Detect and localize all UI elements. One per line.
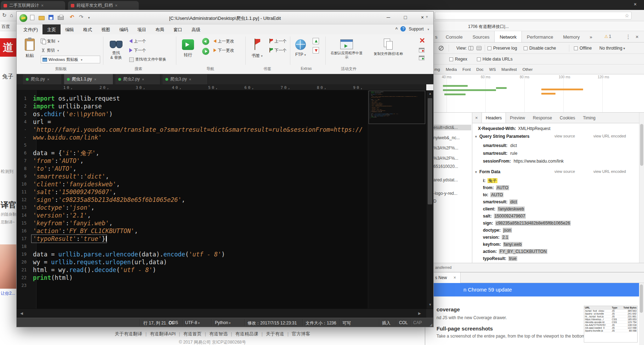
scroll-left-icon[interactable] <box>18 311 25 315</box>
footer-link[interactable]: 有道首页 <box>183 331 202 336</box>
request-name-fragment[interactable]: nyiweb&_nc... <box>432 135 471 141</box>
code-line[interactable]: 2import urllib.parse <box>17 102 426 110</box>
disclosure-triangle-icon[interactable] <box>474 169 479 174</box>
minimap[interactable]: 1import os,urllib.request2import urllib.… <box>368 90 426 309</box>
save-file-icon[interactable] <box>49 15 53 21</box>
column-mode-indicator[interactable]: COL <box>399 320 408 325</box>
drawer-scrollbar[interactable] <box>639 283 644 345</box>
code-line[interactable]: 22print(html) <box>17 274 426 282</box>
code-line[interactable]: 11'salt':'1500092479607', <box>17 188 426 196</box>
code-line[interactable]: ·'http://fanyi.youdao.com/translate_o?sm… <box>17 126 426 134</box>
type-filter[interactable]: Font <box>462 67 471 72</box>
form-data-section[interactable]: Form Data view source view URL encoded <box>474 169 642 174</box>
request-name-fragment[interactable]: -logo-y-red... <box>432 191 471 196</box>
undo-icon[interactable] <box>70 14 74 20</box>
network-overview-timeline[interactable]: 40 ms60 ms80 ms100 ms120 ms <box>425 74 644 113</box>
maximize-button[interactable]: □ <box>398 12 413 22</box>
document-tab-close-icon[interactable] <box>142 77 144 81</box>
menu-item[interactable]: 编辑 <box>61 24 79 34</box>
quick-access-dropdown-icon[interactable] <box>88 15 90 20</box>
drawer-tab-close-icon[interactable]: × <box>454 275 456 280</box>
code-lines[interactable]: 1import os,urllib.request2import urllib.… <box>17 95 426 289</box>
help-icon[interactable] <box>400 26 406 32</box>
document-tab-close-icon[interactable] <box>47 77 49 81</box>
code-line[interactable]: 12'sign':'c98235a85b213d482b8e65f6b1065e… <box>17 196 426 204</box>
query-string-parameters-section[interactable]: Query String Parameters view source view… <box>474 134 642 139</box>
translate-input-text[interactable]: 兔子 <box>2 73 13 80</box>
request-name-fragment[interactable]: 651610020... <box>432 164 471 169</box>
detail-tab-timing[interactable]: Timing <box>579 113 599 123</box>
find-next-button[interactable]: 下一个 <box>129 46 146 54</box>
footer-link[interactable]: 有道翻译API <box>150 331 176 336</box>
disable-cache-checkbox[interactable]: Disable cache <box>524 46 556 51</box>
horizontal-scrollbar[interactable] <box>17 309 433 318</box>
code-line[interactable]: 3os.chdir('e:\\python') <box>17 110 426 118</box>
footer-link[interactable]: 有道精品课 <box>235 331 258 336</box>
bookmark-button[interactable]: 书签 <box>247 36 267 66</box>
bookmark-star-icon[interactable]: ☆ <box>625 13 629 18</box>
type-filter[interactable]: Media <box>446 67 457 72</box>
previous-bookmark-button[interactable]: 上一个 <box>269 37 287 45</box>
browser-tab[interactable]: 二手互联网设计× <box>1 1 65 10</box>
regex-checkbox[interactable]: Regex <box>449 57 467 62</box>
find-previous-button[interactable]: 上一个 <box>129 37 146 45</box>
panel-tab-network[interactable]: Network <box>494 31 522 42</box>
view-url-encoded-link[interactable]: view URL encoded <box>593 169 626 174</box>
ultraedit-titlebar[interactable]: [C:\Users\Administrator\Desktop\爬虫1.1.py… <box>17 12 433 24</box>
throttling-select[interactable]: No throttling <box>599 46 625 51</box>
panel-tab-memory[interactable]: Memory <box>558 31 585 42</box>
panel-tab-console[interactable]: Console <box>441 31 468 42</box>
address-bar[interactable]: ☆ <box>435 12 632 19</box>
devtools-menu-icon[interactable]: ⋮ <box>626 34 631 40</box>
minimap-viewport[interactable] <box>369 91 425 124</box>
view-source-link[interactable]: view source <box>554 134 575 138</box>
ftp-download-icon[interactable] <box>313 47 319 53</box>
document-tab[interactable]: 爬虫3.py <box>163 74 208 84</box>
bookmark-baidu[interactable]: 百度 <box>1 24 10 30</box>
code-line[interactable]: 6data = {'i':'兔子', <box>17 149 426 157</box>
minimize-button[interactable]: ─ <box>381 12 396 22</box>
code-line[interactable]: 7'from':'AUTO', <box>17 157 426 165</box>
file-list-icon[interactable] <box>419 56 424 60</box>
footer-link[interactable]: 关于有道翻译 <box>115 331 142 336</box>
type-filter[interactable]: Doc <box>476 67 483 72</box>
code-line[interactable]: 13'doctype':'json', <box>17 204 426 211</box>
disclosure-triangle-icon[interactable] <box>474 134 479 139</box>
panel-tab-performance[interactable]: Performance <box>522 31 558 42</box>
tab-list-dropdown-icon[interactable] <box>426 15 428 19</box>
type-filter[interactable]: Other <box>523 67 533 72</box>
code-line[interactable]: ·www.baidu.com/link' <box>17 134 426 141</box>
details-scrollbar[interactable] <box>639 113 644 263</box>
ftp-button[interactable]: FTP <box>292 36 309 66</box>
panel-tab-sources[interactable]: Sources <box>468 31 495 42</box>
close-all-files-icon[interactable] <box>419 48 424 52</box>
redo-icon[interactable] <box>79 14 84 20</box>
code-line[interactable]: 16'action':'FY_BY_CL1CKBUTTON', <box>17 227 426 235</box>
scroll-up-icon[interactable] <box>427 92 434 95</box>
menu-item[interactable]: 文件(F) <box>19 24 42 34</box>
code-line[interactable]: 20wy = urllib.request.urlopen(url,data) <box>17 258 426 266</box>
ftp-upload-icon[interactable] <box>313 38 319 44</box>
copy-button[interactable]: 复制 <box>41 37 59 45</box>
support-link[interactable]: Support <box>409 27 423 32</box>
scrollbar-thumb[interactable] <box>640 284 643 313</box>
request-name-fragment[interactable]: %3A%2F%... <box>432 145 471 151</box>
next-change-button[interactable]: 下一更改 <box>213 46 234 54</box>
browser-tab[interactable]: 前端开发文档_归档× <box>68 1 139 10</box>
clear-icon[interactable] <box>439 46 444 51</box>
request-name-fragment[interactable]: esult=dict&... <box>432 125 471 130</box>
find-in-files-button[interactable]: 查找/在文件中替换 <box>129 56 166 63</box>
document-tab-close-icon[interactable] <box>94 77 96 81</box>
menu-item[interactable]: 高级 <box>187 24 205 34</box>
new-file-icon[interactable] <box>30 15 34 21</box>
type-filter[interactable]: Manifest <box>501 67 517 72</box>
open-file-icon[interactable] <box>39 15 45 21</box>
view-url-encoded-link[interactable]: view URL encoded <box>593 134 626 138</box>
scroll-right-icon[interactable] <box>416 311 423 315</box>
line-ending-indicator[interactable]: DOS <box>169 320 178 325</box>
detail-tab-cookies[interactable]: Cookies <box>556 113 579 123</box>
browser-window-close-icon[interactable]: × <box>634 1 637 7</box>
vertical-scrollbar[interactable] <box>426 90 433 309</box>
request-name-fragment[interactable]: %3A%2F%... <box>432 155 471 161</box>
offline-checkbox[interactable]: Offline <box>574 46 592 51</box>
